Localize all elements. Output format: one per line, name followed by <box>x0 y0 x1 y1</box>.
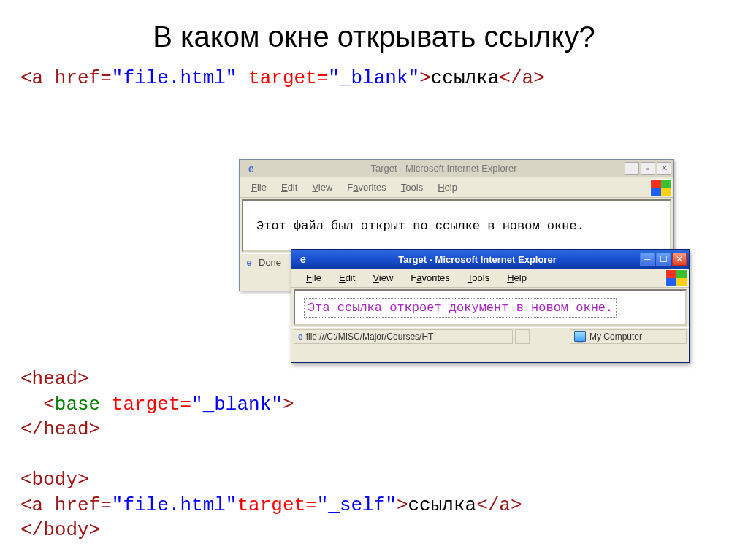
ie-icon: e <box>296 252 310 266</box>
code-example-1: <a href="file.html" target="_blank">ссыл… <box>0 66 748 91</box>
menu-tools[interactable]: Tools <box>395 180 429 195</box>
code-text: ссылка <box>431 67 500 89</box>
close-button[interactable]: ✕ <box>672 253 687 266</box>
page-link[interactable]: Эта ссылка откроет документ в новом окне… <box>305 299 615 316</box>
slide-title: В каком окне открывать ссылку? <box>0 0 748 66</box>
status-address: e file:///C:/MISC/Major/Courses/HT <box>294 329 513 344</box>
menu-favorites[interactable]: Favorites <box>403 270 457 285</box>
status-text: Done <box>259 257 281 268</box>
windows-logo-icon <box>650 179 672 196</box>
titlebar[interactable]: e Target - Microsoft Internet Explorer ─… <box>291 250 689 269</box>
window-title: Target - Microsoft Internet Explorer <box>263 163 625 174</box>
code-tag: > <box>419 67 431 89</box>
window-title: Target - Microsoft Internet Explorer <box>315 254 640 265</box>
code-attr-value: "_blank" <box>328 67 419 89</box>
ie-icon: e <box>243 256 256 269</box>
code-tag: <a href= <box>20 67 112 89</box>
address-text: file:///C:/MISC/Major/Courses/HT <box>306 331 434 342</box>
status-empty <box>515 329 530 344</box>
menu-file[interactable]: File <box>245 180 272 195</box>
maximize-button[interactable]: ☐ <box>656 253 671 266</box>
titlebar[interactable]: e Target - Microsoft Internet Explorer ─… <box>240 160 673 177</box>
computer-icon <box>574 331 586 342</box>
code-example-2: <head> <base target="_blank"> </head> <b… <box>20 367 522 543</box>
menu-bar: File Edit View Favorites Tools Help <box>291 269 689 288</box>
menu-help[interactable]: Help <box>432 180 463 195</box>
maximize-button[interactable]: ▫ <box>641 162 655 175</box>
menu-bar: File Edit View Favorites Tools Help <box>240 177 673 198</box>
code-tag: </a> <box>499 67 544 89</box>
menu-edit[interactable]: Edit <box>275 180 303 195</box>
browser-window-front: e Target - Microsoft Internet Explorer ─… <box>291 249 690 363</box>
status-zone: My Computer <box>570 329 687 344</box>
page-content: Эта ссылка откроет документ в новом окне… <box>294 289 687 326</box>
code-attr-value: "file.html" <box>112 67 237 89</box>
menu-file[interactable]: File <box>299 270 329 285</box>
code-attr-name: target= <box>237 67 328 89</box>
minimize-button[interactable]: ─ <box>640 253 654 266</box>
menu-tools[interactable]: Tools <box>460 270 497 285</box>
zone-text: My Computer <box>589 331 642 342</box>
page-content: Этот файл был открыт по ссылке в новом о… <box>242 199 671 252</box>
menu-edit[interactable]: Edit <box>332 270 362 285</box>
status-bar: e file:///C:/MISC/Major/Courses/HT My Co… <box>291 327 689 345</box>
menu-help[interactable]: Help <box>500 270 534 285</box>
minimize-button[interactable]: ─ <box>625 162 639 175</box>
ie-icon: e <box>298 331 303 342</box>
ie-icon: e <box>244 161 259 176</box>
windows-logo-icon <box>665 269 687 287</box>
menu-view[interactable]: View <box>306 180 338 195</box>
close-button[interactable]: ✕ <box>657 162 671 175</box>
menu-favorites[interactable]: Favorites <box>341 180 392 195</box>
menu-view[interactable]: View <box>365 270 400 285</box>
